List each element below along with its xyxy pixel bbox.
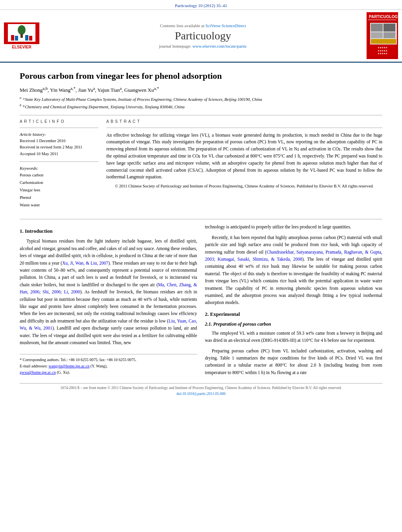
- footer-issn: 1674-2001/$ – see front matter © 2011 Ch…: [20, 385, 382, 391]
- section1-number: 1.: [20, 228, 24, 234]
- keyword-1: Porous carbon: [20, 172, 98, 179]
- subsection21-heading: 2.1. Preparation of porous carbon: [205, 321, 383, 327]
- abstract-column: A B S T R A C T An effective technology …: [106, 119, 382, 213]
- ref-chandrasekhar[interactable]: Chandrasekhar, Satyanarayana, Pramada, R…: [205, 250, 383, 261]
- elsevier-label: ELSEVIER: [4, 45, 39, 49]
- homepage-link[interactable]: www.elsevier.com/locate/partic: [193, 44, 247, 48]
- journal-ref: Particuology 10 (2012) 35–41: [175, 3, 227, 8]
- divider-body: [20, 219, 382, 219]
- body-columns: 1. Introduction Typical biomass residues…: [20, 223, 382, 379]
- journal-sciverse-text: Contents lists available at SciVerse Sci…: [39, 23, 367, 28]
- journal-center: Contents lists available at SciVerse Sci…: [39, 23, 367, 48]
- section2-heading: 2. Experimental: [205, 311, 383, 317]
- article-history: Article history: Received 1 December 201…: [20, 132, 98, 158]
- footer-doi: doi:10.1016/j.partic.2011.05.006: [20, 391, 382, 397]
- elsevier-logo-graphic: [4, 22, 39, 44]
- svg-point-1: [18, 25, 26, 35]
- author-affiliations: a ᵃ State Key Laboratory of Multi-Phase …: [20, 96, 382, 110]
- journal-homepage: journal homepage: www.elsevier.com/locat…: [39, 44, 367, 48]
- keyword-2: Carbonization: [20, 179, 98, 187]
- svg-rect-4: [15, 36, 18, 41]
- elsevier-logo: ELSEVIER: [4, 22, 39, 49]
- svg-rect-10: [371, 32, 383, 38]
- article-info-label: A R T I C L E I N F O: [20, 119, 98, 124]
- email-link-1[interactable]: wangyin@home.ipe.ac.cn: [48, 364, 89, 368]
- author-sup-d: a: [120, 86, 122, 91]
- abstract-label: A B S T R A C T: [106, 119, 382, 124]
- footnote-email2: gwxu@home.ipe.ac.cn (G. Xu).: [20, 369, 197, 376]
- svg-rect-12: [371, 39, 396, 44]
- article-title: Porous carbon from vinegar lees for phen…: [20, 70, 382, 82]
- subsection21-title: Preparation of porous carbon: [213, 321, 271, 327]
- section2-number: 2.: [205, 311, 209, 317]
- article-authors: Mei Zhonga,b, Yin Wanga,*, Jian Yua, Yaj…: [20, 86, 382, 93]
- sciverse-link[interactable]: SciVerse ScienceDirect: [206, 23, 246, 28]
- section1-heading: 1. Introduction: [20, 228, 197, 234]
- footnote-corresponding: * Corresponding authors. Tel.: +86 10 62…: [20, 357, 197, 363]
- journal-header: Particuology 10 (2012) 35–41: [0, 0, 402, 63]
- cover-title: PARTICUOLOGY: [368, 14, 396, 20]
- author-star2: *: [157, 86, 159, 91]
- email-link-2[interactable]: gwxu@home.ipe.ac.cn: [20, 370, 56, 374]
- keywords-group: Keywords: Porous carbon Carbonization Vi…: [20, 166, 98, 209]
- ref-liu2001[interactable]: Liu, Yuan, Cao, Wu, & Wu, 2001: [20, 319, 197, 330]
- received-date: Received 1 December 2010 Received in rev…: [20, 138, 98, 158]
- section1-para2: technology is anticipated to properly ut…: [205, 223, 383, 230]
- keywords-list: Porous carbon Carbonization Vinegar lees…: [20, 172, 98, 209]
- section1-para3: Recently, it has been reported that high…: [205, 234, 383, 306]
- page-footer: 1674-2001/$ – see front matter © 2011 Ch…: [20, 383, 382, 397]
- divider-abstract: [106, 128, 382, 128]
- cover-inner: ★★★★★★★★★★★★★★★: [368, 21, 396, 57]
- article-info-column: A R T I C L E I N F O Article history: R…: [20, 119, 98, 213]
- keyword-4: Phenol: [20, 194, 98, 202]
- divider-info-2: [20, 161, 98, 162]
- affiliation-b: b ᵇ Chemistry and Chemical Engineering D…: [20, 103, 382, 110]
- doi-link[interactable]: doi:10.1016/j.partic.2011.05.006: [176, 392, 225, 396]
- svg-rect-3: [11, 35, 14, 41]
- footnote-email: E-mail addresses: wangyin@home.ipe.ac.cn…: [20, 363, 197, 369]
- article-info-abstract: A R T I C L E I N F O Article history: R…: [20, 119, 382, 213]
- svg-rect-2: [20, 34, 23, 38]
- svg-rect-6: [29, 36, 32, 41]
- svg-rect-8: [371, 24, 383, 32]
- ref-xu2007[interactable]: Xu, Ji, Wan, & Liu, 2007: [62, 261, 108, 265]
- article-content: Porous carbon from vinegar lees for phen…: [0, 63, 402, 405]
- journal-title: Particuology: [39, 30, 367, 42]
- keyword-5: Waste water: [20, 202, 98, 209]
- journal-top-bar: Particuology 10 (2012) 35–41: [0, 3, 402, 8]
- journal-cover-image: PARTICUOLOGY ★★★★★★★★★★★★★★★: [367, 12, 398, 59]
- divider-info: [20, 128, 98, 128]
- svg-rect-5: [25, 35, 28, 41]
- page-wrapper: Particuology 10 (2012) 35–41: [0, 0, 402, 405]
- section1-title: Introduction: [25, 228, 53, 234]
- section1-para1: Typical biomass residues from the light …: [20, 237, 197, 346]
- abstract-copyright: © 2011 Chinese Society of Particuology a…: [106, 184, 382, 188]
- author-star1: *: [73, 86, 75, 91]
- article-footnote: * Corresponding authors. Tel.: +86 10 62…: [20, 354, 197, 376]
- affiliation-a: a ᵃ State Key Laboratory of Multi-Phase …: [20, 96, 382, 102]
- subsection21-para2: Preparing porous carbon (PC) from VL inc…: [205, 347, 383, 376]
- author-sup-c: a: [93, 86, 95, 91]
- subsection21-number: 2.1.: [205, 321, 212, 327]
- ref-ma2006[interactable]: Ma, Chen, Zhang, & Han, 2006; Shi, 2006;…: [20, 282, 197, 294]
- subsection21-para1: The employed VL with a moisture content …: [205, 330, 383, 344]
- body-right-column: technology is anticipated to properly ut…: [205, 223, 383, 379]
- journal-banner: ELSEVIER Contents lists available at Sci…: [0, 9, 402, 62]
- section2-title: Experimental: [210, 311, 240, 317]
- keyword-3: Vinegar lees: [20, 187, 98, 194]
- keywords-title: Keywords:: [20, 166, 98, 171]
- svg-rect-9: [383, 24, 395, 32]
- history-title: Article history:: [20, 132, 98, 137]
- body-left-column: 1. Introduction Typical biomass residues…: [20, 223, 197, 379]
- divider-1: [20, 115, 382, 115]
- svg-rect-11: [383, 32, 395, 38]
- author-sup-a: a,b: [43, 86, 48, 91]
- abstract-text: An effective technology for utilizing vi…: [106, 132, 382, 181]
